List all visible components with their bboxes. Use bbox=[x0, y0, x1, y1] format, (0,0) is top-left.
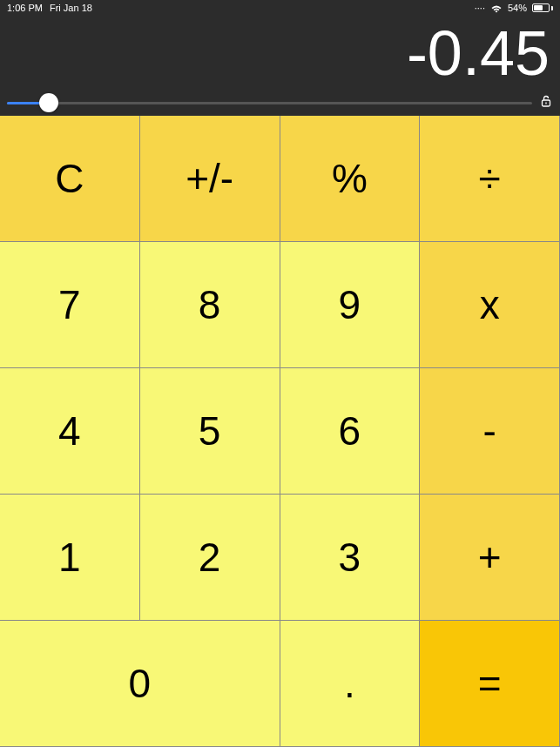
battery-percent: 54% bbox=[508, 3, 527, 13]
decimal-button[interactable]: . bbox=[280, 621, 421, 747]
calculator-display: -0.45 bbox=[0, 16, 560, 91]
wifi-icon bbox=[490, 3, 503, 13]
status-time: 1:06 PM bbox=[7, 3, 43, 13]
multiply-button[interactable]: x bbox=[420, 242, 560, 368]
add-button[interactable]: + bbox=[420, 495, 560, 621]
digit-2-button[interactable]: 2 bbox=[140, 495, 280, 621]
slider-thumb[interactable] bbox=[39, 93, 58, 112]
unlock-icon[interactable] bbox=[539, 94, 553, 111]
subtract-button[interactable]: - bbox=[420, 368, 560, 495]
digit-6-button[interactable]: 6 bbox=[280, 368, 421, 495]
clear-button[interactable]: C bbox=[0, 116, 140, 242]
keypad: C +/- % ÷ 7 8 9 x 4 5 6 - 1 2 3 + 0 . = bbox=[0, 115, 560, 747]
digit-1-button[interactable]: 1 bbox=[0, 495, 140, 621]
digit-0-button[interactable]: 0 bbox=[0, 621, 280, 747]
digit-7-button[interactable]: 7 bbox=[0, 242, 140, 368]
digit-3-button[interactable]: 3 bbox=[280, 495, 421, 621]
slider-row bbox=[0, 91, 560, 115]
display-value: -0.45 bbox=[407, 17, 550, 89]
battery-icon bbox=[532, 3, 553, 12]
percent-button[interactable]: % bbox=[280, 116, 421, 242]
cellular-icon: ···· bbox=[475, 3, 485, 13]
digit-8-button[interactable]: 8 bbox=[140, 242, 280, 368]
status-bar: 1:06 PM Fri Jan 18 ···· 54% bbox=[0, 0, 560, 16]
status-date: Fri Jan 18 bbox=[50, 3, 92, 13]
sign-button[interactable]: +/- bbox=[140, 116, 280, 242]
equals-button[interactable]: = bbox=[420, 621, 560, 747]
history-slider[interactable] bbox=[7, 102, 532, 104]
digit-9-button[interactable]: 9 bbox=[280, 242, 421, 368]
divide-button[interactable]: ÷ bbox=[420, 116, 560, 242]
digit-4-button[interactable]: 4 bbox=[0, 368, 140, 495]
digit-5-button[interactable]: 5 bbox=[140, 368, 280, 495]
